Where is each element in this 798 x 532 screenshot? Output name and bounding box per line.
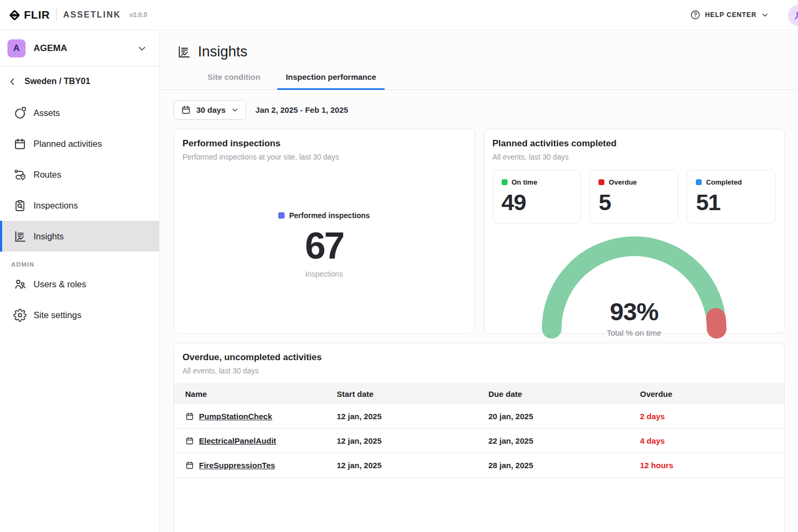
brand-flir-text: FLIR (24, 9, 50, 21)
activity-link[interactable]: FireSuppressionTes (199, 461, 275, 470)
brand-product-text: ASSETLINK (63, 10, 121, 20)
overdue-amount: 12 hours (640, 461, 784, 470)
overdue-value: 5 (598, 191, 669, 214)
site-back-link[interactable]: Sweden / TBY01 (0, 66, 159, 96)
gear-icon (13, 309, 27, 322)
sidebar-item-assets[interactable]: Assets (0, 97, 159, 128)
main-content: Insights Site condition Inspection perfo… (160, 30, 798, 532)
calendar-icon (185, 461, 194, 470)
overdue-amount: 4 days (640, 436, 784, 445)
tab-inspection-performance[interactable]: Inspection performance (277, 72, 385, 90)
calendar-icon (181, 105, 191, 115)
due-date: 28 jan, 2025 (488, 461, 640, 470)
column-due-date: Due date (488, 389, 640, 398)
user-avatar[interactable] (788, 5, 798, 26)
card-subtitle: All events, last 30 days (493, 153, 776, 161)
date-range-text: Jan 2, 2025 - Feb 1, 2025 (255, 105, 348, 114)
start-date: 12 jan, 2025 (337, 412, 488, 421)
tab-site-condition[interactable]: Site condition (199, 72, 269, 90)
chevron-left-icon (7, 77, 18, 87)
sidebar-item-routes[interactable]: Routes (0, 159, 159, 190)
chevron-down-icon (231, 106, 239, 114)
sidebar-item-label: Routes (34, 170, 61, 180)
org-name: AGEMA (34, 43, 137, 54)
table-header: Name Start date Due date Overdue (174, 383, 784, 404)
due-date: 20 jan, 2025 (488, 412, 640, 421)
legend-swatch (278, 212, 285, 219)
card-title: Performed inspections (182, 138, 466, 149)
route-icon (13, 168, 27, 181)
card-subtitle: All events, last 30 days (182, 367, 776, 375)
asset-icon (13, 106, 27, 120)
gauge-value: 93% (538, 299, 730, 324)
planned-activities-card: Planned activities completed All events,… (484, 129, 785, 334)
due-date: 22 jan, 2025 (488, 436, 640, 445)
stat-completed: Completed 51 (687, 170, 776, 223)
admin-section-heading: ADMIN (0, 252, 159, 269)
calendar-icon (185, 412, 194, 421)
gauge-label: Total % on time (538, 328, 730, 337)
tab-bar: Site condition Inspection performance (160, 72, 798, 90)
sidebar-nav: Assets Planned activities Routes (0, 97, 159, 330)
calendar-icon (13, 137, 27, 151)
insights-title-icon (177, 45, 191, 59)
brand-divider (56, 9, 57, 21)
sidebar-item-inspections[interactable]: Inspections (0, 190, 159, 221)
date-range-dropdown[interactable]: 30 days (173, 100, 246, 120)
help-icon (690, 10, 701, 20)
stat-overdue: Overdue 5 (589, 170, 678, 223)
sidebar-item-label: Assets (34, 108, 60, 118)
org-switcher[interactable]: A AGEMA (0, 30, 159, 66)
page-title: Insights (198, 44, 247, 60)
sidebar-item-users-roles[interactable]: Users & roles (0, 269, 159, 300)
table-row[interactable]: ElectricalPanelAudit 12 jan, 2025 22 jan… (174, 429, 784, 453)
completed-value: 51 (696, 191, 767, 214)
overdue-amount: 2 days (640, 412, 784, 421)
sidebar-item-planned-activities[interactable]: Planned activities (0, 128, 159, 159)
table-row[interactable]: FireSuppressionTes 12 jan, 2025 28 jan, … (174, 453, 784, 478)
users-icon (13, 278, 27, 291)
on-time-swatch (502, 179, 508, 185)
column-overdue: Overdue (640, 389, 784, 398)
sidebar-item-label: Users & roles (34, 279, 86, 289)
sidebar-item-insights[interactable]: Insights (0, 221, 159, 252)
flir-logo-icon (9, 9, 21, 21)
org-avatar: A (7, 39, 26, 57)
stat-on-time: On time 49 (493, 170, 581, 223)
activity-link[interactable]: ElectricalPanelAudit (199, 436, 276, 445)
inspection-icon (13, 199, 27, 212)
on-time-gauge: 93% Total % on time (538, 230, 730, 340)
range-label: 30 days (196, 105, 226, 114)
performed-count: 67 (305, 227, 343, 264)
chevron-down-icon (137, 43, 147, 54)
sidebar-item-site-settings[interactable]: Site settings (0, 300, 159, 330)
sidebar-item-label: Planned activities (34, 139, 102, 149)
sidebar: A AGEMA Sweden / TBY01 Assets (0, 30, 160, 532)
performed-inspections-card: Performed inspections Performed inspecti… (173, 129, 475, 334)
brand-version: v2.0.0 (129, 11, 147, 19)
top-header: FLIR ASSETLINK v2.0.0 HELP CENTER (0, 0, 798, 30)
insights-icon (13, 230, 27, 243)
on-time-value: 49 (502, 191, 572, 214)
help-center-label: HELP CENTER (705, 11, 757, 19)
column-name: Name (185, 389, 337, 398)
sidebar-item-label: Site settings (34, 310, 81, 320)
brand-logo: FLIR ASSETLINK v2.0.0 (9, 9, 147, 21)
site-label: Sweden / TBY01 (24, 77, 90, 86)
completed-swatch (696, 179, 702, 185)
table-row[interactable]: PumpStationCheck 12 jan, 2025 20 jan, 20… (174, 404, 784, 429)
start-date: 12 jan, 2025 (337, 461, 488, 470)
performed-legend: Performed inspections (278, 211, 370, 220)
column-start-date: Start date (337, 389, 488, 398)
overdue-swatch (598, 179, 604, 185)
performed-unit: Inspections (305, 270, 343, 278)
activity-link[interactable]: PumpStationCheck (199, 412, 272, 421)
person-icon (793, 10, 798, 21)
sidebar-item-label: Inspections (34, 201, 78, 211)
card-subtitle: Performed inspections at your site, last… (182, 153, 466, 161)
chevron-down-icon (761, 11, 769, 19)
calendar-icon (185, 436, 194, 445)
sidebar-item-label: Insights (34, 231, 64, 242)
card-title: Overdue, uncompleted activities (182, 352, 776, 363)
help-center-button[interactable]: HELP CENTER (690, 10, 769, 20)
